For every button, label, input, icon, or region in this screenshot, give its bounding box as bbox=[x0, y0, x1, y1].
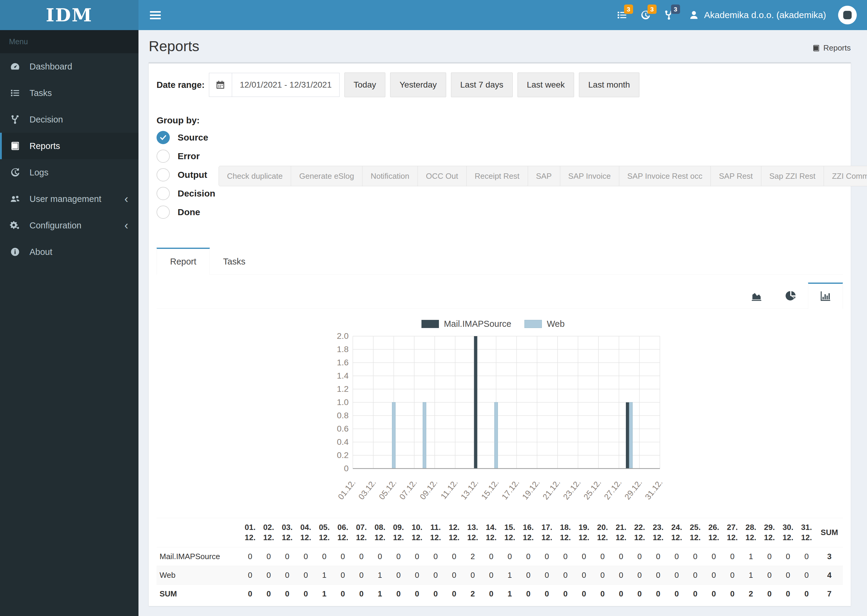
table-cell: 0 bbox=[334, 585, 352, 603]
last-7-days-button[interactable]: Last 7 days bbox=[451, 72, 513, 97]
svg-text:05.12.: 05.12. bbox=[377, 478, 398, 501]
sidebar-item-decision[interactable]: Decision bbox=[0, 106, 138, 133]
group-option-done[interactable]: Done bbox=[157, 206, 843, 219]
tasks-notification-button[interactable]: 3 bbox=[610, 5, 634, 25]
svg-text:11.12.: 11.12. bbox=[439, 478, 460, 501]
table-cell: 0 bbox=[630, 547, 649, 566]
yesterday-button[interactable]: Yesterday bbox=[390, 72, 446, 97]
table-cell: 0 bbox=[334, 547, 352, 566]
filter-button-receipt-rest[interactable]: Receipt Rest bbox=[466, 166, 528, 186]
sidebar-item-user-management[interactable]: User management ‹ bbox=[0, 186, 138, 212]
group-option-label: Error bbox=[178, 151, 200, 161]
main-content: Reports Reports Date range: Today Yester… bbox=[138, 30, 867, 616]
group-option-source[interactable]: Source bbox=[157, 131, 843, 144]
last-month-button[interactable]: Last month bbox=[579, 72, 639, 97]
table-day-header: 18.12. bbox=[556, 518, 575, 547]
user-menu-button[interactable]: Akademika d.o.o. (akademika) bbox=[689, 9, 826, 20]
group-option-error[interactable]: Error bbox=[157, 149, 843, 163]
table-cell: 0 bbox=[445, 566, 464, 585]
group-option-decision[interactable]: Decision bbox=[157, 187, 843, 200]
table-cell: 0 bbox=[315, 547, 334, 566]
table-header-row: 01.12.02.12.03.12.04.12.05.12.06.12.07.1… bbox=[157, 518, 843, 547]
pie-chart-icon bbox=[785, 290, 797, 302]
calendar-icon[interactable] bbox=[209, 73, 232, 97]
date-range-input[interactable] bbox=[232, 73, 339, 97]
row-total-cell: 7 bbox=[816, 585, 843, 603]
filter-button-sap-zzi-rest[interactable]: Sap ZZI Rest bbox=[761, 166, 824, 186]
table-day-header: 07.12. bbox=[352, 518, 371, 547]
branch-notification-button[interactable]: 3 bbox=[657, 5, 681, 25]
table-cell: 0 bbox=[519, 547, 538, 566]
table-cell: 0 bbox=[445, 585, 464, 603]
radio-unchecked-icon[interactable] bbox=[157, 187, 170, 200]
table-day-header: 31.12. bbox=[797, 518, 816, 547]
filter-button-check-duplicate[interactable]: Check duplicate bbox=[219, 166, 291, 186]
table-cell: 0 bbox=[426, 566, 445, 585]
info-circle-icon bbox=[9, 247, 30, 257]
today-button[interactable]: Today bbox=[345, 72, 386, 97]
group-option-label: Source bbox=[178, 132, 208, 143]
table-day-header: 25.12. bbox=[686, 518, 705, 547]
radio-unchecked-icon[interactable] bbox=[157, 149, 170, 163]
svg-text:01.12.: 01.12. bbox=[336, 478, 357, 501]
table-day-header: 11.12. bbox=[426, 518, 445, 547]
tab-bar-chart[interactable] bbox=[808, 283, 843, 309]
table-cell: 0 bbox=[297, 585, 315, 603]
svg-text:1.2: 1.2 bbox=[337, 384, 349, 394]
radio-unchecked-icon[interactable] bbox=[157, 168, 170, 181]
row-total-cell: 4 bbox=[816, 566, 843, 585]
tab-tasks[interactable]: Tasks bbox=[210, 248, 259, 275]
filter-button-sap-invoice[interactable]: SAP Invoice bbox=[560, 166, 619, 186]
tab-area-chart[interactable] bbox=[740, 283, 774, 309]
filter-button-notification[interactable]: Notification bbox=[362, 166, 418, 186]
sidebar-item-reports[interactable]: Reports bbox=[0, 133, 138, 159]
table-day-header: 28.12. bbox=[741, 518, 760, 547]
tab-pie-chart[interactable] bbox=[774, 283, 808, 309]
filter-button-occ-out[interactable]: OCC Out bbox=[417, 166, 467, 186]
filter-button-sap-invoice-rest-occ[interactable]: SAP Invoice Rest occ bbox=[619, 166, 711, 186]
table-cell: 1 bbox=[741, 547, 760, 566]
sidebar-item-about[interactable]: About bbox=[0, 239, 138, 265]
history-badge: 3 bbox=[648, 5, 656, 14]
svg-text:0.6: 0.6 bbox=[337, 424, 349, 433]
screen-record-button[interactable] bbox=[838, 6, 857, 24]
last-week-button[interactable]: Last week bbox=[518, 72, 574, 97]
filter-button-sap-rest[interactable]: SAP Rest bbox=[710, 166, 761, 186]
table-cell: 1 bbox=[315, 566, 334, 585]
svg-text:21.12.: 21.12. bbox=[541, 478, 562, 501]
radio-checked-icon[interactable] bbox=[157, 131, 170, 144]
users-icon bbox=[9, 193, 30, 204]
radio-unchecked-icon[interactable] bbox=[157, 206, 170, 219]
sidebar-item-tasks[interactable]: Tasks bbox=[0, 80, 138, 106]
group-option-label: Decision bbox=[178, 189, 215, 199]
chart-area: Mail.IMAPSource Web 00.20.40.60.81.01.21… bbox=[157, 309, 843, 511]
sidebar-item-dashboard[interactable]: Dashboard bbox=[0, 53, 138, 80]
breadcrumb[interactable]: Reports bbox=[812, 43, 851, 55]
app-logo[interactable]: IDM bbox=[0, 0, 138, 30]
table-corner-cell bbox=[157, 518, 241, 547]
table-day-header: 02.12. bbox=[260, 518, 278, 547]
table-cell: 0 bbox=[575, 585, 593, 603]
tasks-icon bbox=[9, 88, 30, 98]
sidebar-item-label: Tasks bbox=[30, 88, 52, 98]
filter-button-generate-eslog[interactable]: Generate eSlog bbox=[291, 166, 362, 186]
filter-button-zzi-commit[interactable]: ZZI Commit bbox=[824, 166, 867, 186]
group-option-label: Done bbox=[178, 207, 200, 217]
table-cell: 0 bbox=[686, 547, 705, 566]
table-cell: 2 bbox=[463, 585, 482, 603]
sidebar-toggle-button[interactable] bbox=[147, 6, 164, 24]
table-cell: 0 bbox=[352, 547, 371, 566]
tab-report[interactable]: Report bbox=[157, 248, 210, 275]
table-cell: 0 bbox=[797, 585, 816, 603]
table-cell: 0 bbox=[241, 585, 260, 603]
legend-swatch-mail bbox=[422, 320, 439, 328]
sidebar-item-logs[interactable]: Logs bbox=[0, 159, 138, 186]
table-cell: 1 bbox=[500, 585, 519, 603]
table-cell: 2 bbox=[741, 585, 760, 603]
filter-button-sap[interactable]: SAP bbox=[528, 166, 560, 186]
sidebar-item-label: Reports bbox=[30, 141, 60, 151]
sidebar-item-configuration[interactable]: Configuration ‹ bbox=[0, 212, 138, 239]
table-cell: 0 bbox=[519, 585, 538, 603]
history-notification-button[interactable]: 3 bbox=[634, 5, 657, 25]
row-total-cell: 3 bbox=[816, 547, 843, 566]
